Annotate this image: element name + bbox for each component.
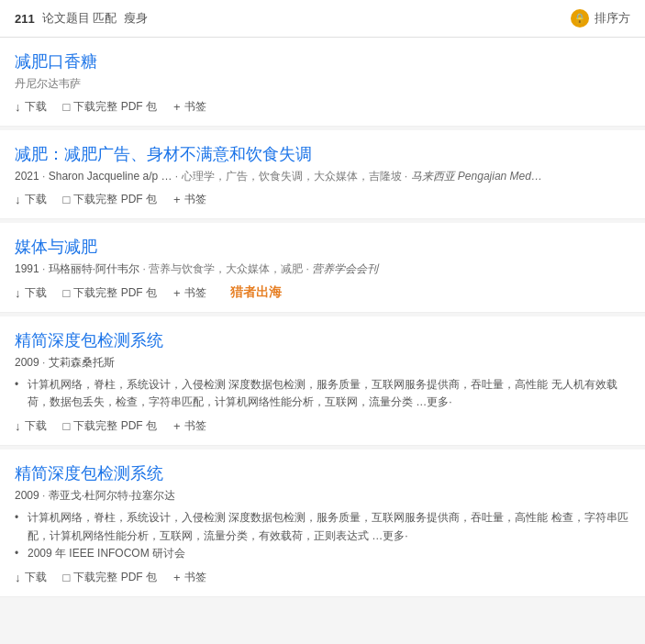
result-title-5[interactable]: 精简深度包检测系统 [15, 462, 163, 484]
folder-icon-5: □ [63, 571, 71, 584]
result-meta-2: 2021 · Sharon Jacqueline a/p … · 心理学，广告，… [15, 169, 630, 184]
separator-2a: · [42, 170, 49, 183]
download-pdf-label-2: 下载完整 PDF 包 [73, 192, 157, 207]
download-pdf-btn-1[interactable]: □ 下载完整 PDF 包 [63, 99, 158, 115]
result-item-4: 精简深度包检测系统 2009 · 艾莉森桑托斯 计算机网络，脊柱，系统设计，入侵… [0, 316, 645, 446]
bullet-5-2: 2009 年 IEEE INFOCOM 研讨会 [15, 545, 630, 562]
author-3: 玛格丽特·阿什韦尔 [49, 262, 139, 275]
separator-5a: · [42, 489, 49, 502]
download-pdf-btn-2[interactable]: □ 下载完整 PDF 包 [63, 192, 158, 207]
folder-icon-2: □ [63, 193, 71, 206]
result-count: 211 [15, 12, 35, 26]
bookmark-icon-5: + [173, 571, 181, 584]
bookmark-btn-3[interactable]: + 书签 [173, 285, 206, 301]
bookmark-label-5: 书签 [184, 570, 206, 585]
action-bar-3: ↓ 下载 □ 下载完整 PDF 包 + 书签 猎者出海 [15, 284, 630, 301]
separator-2b: · [175, 170, 182, 183]
download-label-3: 下载 [25, 285, 47, 301]
result-item-3: 媒体与减肥 1991 · 玛格丽特·阿什韦尔 · 营养与饮食学，大众媒体，减肥 … [0, 223, 645, 313]
download-label-1: 下载 [25, 99, 47, 115]
author-2: Sharon Jacqueline a/p … [49, 170, 172, 183]
download-pdf-label-1: 下载完整 PDF 包 [73, 99, 157, 115]
bookmark-label-3: 书签 [184, 285, 206, 301]
download-pdf-label-3: 下载完整 PDF 包 [73, 285, 157, 301]
action-bar-1: ↓ 下载 □ 下载完整 PDF 包 + 书签 [15, 99, 630, 115]
year-3: 1991 [15, 262, 39, 275]
separator-3a: · [42, 262, 49, 275]
download-pdf-btn-5[interactable]: □ 下载完整 PDF 包 [63, 570, 158, 585]
year-2: 2021 [15, 170, 39, 183]
action-bar-4: ↓ 下载 □ 下载完整 PDF 包 + 书签 [15, 418, 630, 434]
bookmark-icon-3: + [173, 286, 181, 300]
bookmark-btn-1[interactable]: + 书签 [173, 99, 206, 115]
bullet-4-1: 计算机网络，脊柱，系统设计，入侵检测 深度数据包检测，服务质量，互联网服务提供商… [15, 376, 630, 411]
result-item-1: 减肥口香糖 丹尼尔达韦萨 ↓ 下载 □ 下载完整 PDF 包 + 书签 [0, 38, 645, 127]
result-title-1[interactable]: 减肥口香糖 [15, 50, 97, 72]
result-item-2: 减肥：减肥广告、身材不满意和饮食失调 2021 · Sharon Jacquel… [0, 130, 645, 219]
result-meta-3: 1991 · 玛格丽特·阿什韦尔 · 营养与饮食学，大众媒体，减肥 · 营养学会… [15, 261, 630, 277]
result-meta-5: 2009 · 蒂亚戈·杜阿尔特·拉塞尔达 [15, 488, 630, 504]
header-left: 211 论文题目 匹配 瘦身 [15, 10, 148, 27]
bookmark-label-1: 书签 [184, 99, 206, 115]
author-1: 丹尼尔达韦萨 [15, 77, 81, 90]
result-item-5: 精简深度包检测系统 2009 · 蒂亚戈·杜阿尔特·拉塞尔达 计算机网络，脊柱，… [0, 450, 645, 597]
action-bar-2: ↓ 下载 □ 下载完整 PDF 包 + 书签 [15, 192, 630, 207]
result-meta-4: 2009 · 艾莉森桑托斯 [15, 355, 630, 371]
download-label-2: 下载 [25, 192, 47, 207]
journal-2: 马来西亚 Pengajian Med… [411, 170, 542, 183]
download-icon-1: ↓ [15, 100, 21, 114]
bullet-5-1: 计算机网络，脊柱，系统设计，入侵检测 深度数据包检测，服务质量，互联网服务提供商… [15, 509, 630, 544]
journal-3: 营养学会会刊 [312, 262, 378, 275]
download-btn-2[interactable]: ↓ 下载 [15, 192, 47, 207]
download-icon-2: ↓ [15, 193, 21, 206]
download-btn-1[interactable]: ↓ 下载 [15, 99, 47, 115]
match-label: 论文题目 匹配 [42, 10, 117, 27]
results-container: 减肥口香糖 丹尼尔达韦萨 ↓ 下载 □ 下载完整 PDF 包 + 书签 减肥：减… [0, 38, 645, 597]
tags-2: 心理学，广告，饮食失调，大众媒体，吉隆坡 [182, 170, 402, 183]
result-title-4[interactable]: 精简深度包检测系统 [15, 329, 163, 351]
download-pdf-label-4: 下载完整 PDF 包 [73, 418, 157, 434]
action-bar-5: ↓ 下载 □ 下载完整 PDF 包 + 书签 [15, 570, 630, 585]
download-pdf-btn-4[interactable]: □ 下载完整 PDF 包 [63, 418, 158, 434]
sort-label: 排序方 [595, 10, 630, 27]
separator-4a: · [42, 356, 49, 369]
download-label-5: 下载 [25, 570, 47, 585]
bookmark-label-4: 书签 [184, 418, 206, 434]
download-pdf-label-5: 下载完整 PDF 包 [73, 570, 157, 585]
folder-icon-1: □ [63, 100, 71, 114]
bullet-list-4: 计算机网络，脊柱，系统设计，入侵检测 深度数据包检测，服务质量，互联网服务提供商… [15, 376, 630, 411]
download-icon-3: ↓ [15, 286, 21, 300]
download-label-4: 下载 [25, 418, 47, 434]
download-icon-5: ↓ [15, 571, 21, 584]
bookmark-btn-4[interactable]: + 书签 [173, 418, 206, 434]
header-right: 🔒 排序方 [571, 9, 630, 28]
result-title-3[interactable]: 媒体与减肥 [15, 236, 97, 258]
bookmark-icon-4: + [173, 419, 181, 433]
download-icon-4: ↓ [15, 419, 21, 433]
bookmark-btn-2[interactable]: + 书签 [173, 192, 206, 207]
bookmark-label-2: 书签 [184, 192, 206, 207]
result-meta-1: 丹尼尔达韦萨 [15, 76, 630, 92]
lock-icon: 🔒 [571, 9, 589, 28]
download-btn-5[interactable]: ↓ 下载 [15, 570, 47, 585]
bookmark-icon-2: + [173, 193, 181, 206]
download-pdf-btn-3[interactable]: □ 下载完整 PDF 包 [63, 285, 158, 301]
year-5: 2009 [15, 489, 39, 502]
author-5: 蒂亚戈·杜阿尔特·拉塞尔达 [49, 489, 176, 502]
tags-3: 营养与饮食学，大众媒体，减肥 [149, 262, 303, 275]
results-header: 211 论文题目 匹配 瘦身 🔒 排序方 [0, 0, 645, 38]
bookmark-btn-5[interactable]: + 书签 [173, 570, 206, 585]
bullet-list-5: 计算机网络，脊柱，系统设计，入侵检测 深度数据包检测，服务质量，互联网服务提供商… [15, 509, 630, 562]
promo-badge-3: 猎者出海 [230, 284, 282, 301]
download-btn-4[interactable]: ↓ 下载 [15, 418, 47, 434]
result-title-2[interactable]: 减肥：减肥广告、身材不满意和饮食失调 [15, 143, 312, 165]
keyword: 瘦身 [124, 10, 148, 27]
bookmark-icon-1: + [173, 100, 181, 114]
separator-2c: · [405, 170, 411, 183]
folder-icon-3: □ [63, 286, 71, 300]
download-btn-3[interactable]: ↓ 下载 [15, 285, 47, 301]
folder-icon-4: □ [63, 419, 71, 433]
author-4: 艾莉森桑托斯 [49, 356, 115, 369]
year-4: 2009 [15, 356, 39, 369]
